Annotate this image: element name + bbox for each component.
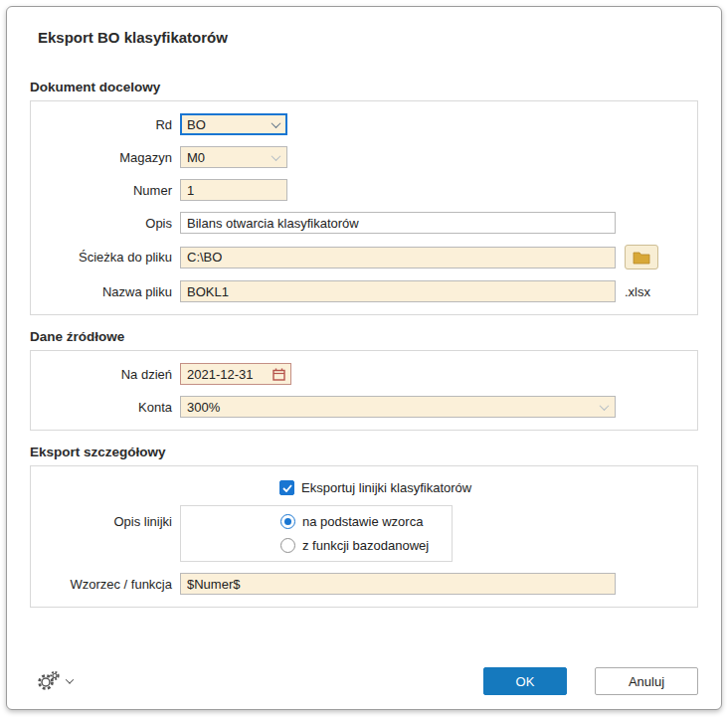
section-heading-target-document: Dokument docelowy (30, 80, 698, 94)
check-icon (282, 484, 292, 492)
opis-row: Opis (43, 212, 683, 234)
numer-input[interactable] (180, 179, 287, 201)
radio-pattern-based-label[interactable]: na podstawie wzorca (302, 514, 423, 529)
date-value: 2021-12-31 (187, 367, 254, 382)
chevron-down-icon (272, 151, 281, 161)
numer-label: Numer (43, 183, 172, 198)
rd-row: Rd BO (43, 113, 683, 135)
opis-linijki-row: Opis linijki na podstawie wzorca z funkc… (43, 505, 683, 562)
radio-database-function-label[interactable]: z funkcji bazodanowej (302, 538, 429, 553)
konta-dropdown[interactable]: 300% (180, 396, 616, 418)
radio-row-database: z funkcji bazodanowej (280, 538, 444, 553)
target-document-group: Rd BO Magazyn M0 Numer Opis Ścieżka do p… (30, 100, 698, 315)
section-heading-detailed-export: Eksport szczegółowy (30, 445, 698, 459)
magazyn-row: Magazyn M0 (43, 146, 683, 168)
numer-row: Numer (43, 179, 683, 201)
konta-value: 300% (187, 400, 220, 415)
magazyn-value: M0 (187, 150, 205, 165)
export-lines-checkbox-label[interactable]: Eksportuj linijki klasyfikatorów (301, 480, 471, 495)
browse-folder-button[interactable] (625, 245, 658, 269)
konta-row: Konta 300% (43, 396, 683, 418)
sciezka-row: Ścieżka do pliku (43, 245, 683, 269)
settings-menu-button[interactable] (36, 669, 73, 693)
pattern-function-input[interactable] (180, 573, 616, 595)
section-heading-source-data: Dane źródłowe (30, 329, 698, 344)
opis-input[interactable] (180, 212, 616, 234)
magazyn-dropdown[interactable]: M0 (180, 146, 287, 168)
file-name-input[interactable] (180, 280, 616, 302)
rd-value: BO (187, 117, 206, 132)
radio-database-function[interactable] (280, 538, 295, 553)
export-bo-dialog: Eksport BO klasyfikatorów Dokument docel… (6, 6, 722, 710)
rd-label: Rd (43, 117, 172, 132)
chevron-down-icon (272, 118, 281, 128)
konta-label: Konta (43, 400, 172, 415)
dialog-footer: OK Anuluj (30, 667, 698, 695)
na-dzien-row: Na dzień 2021-12-31 (43, 363, 683, 385)
export-lines-row: Eksportuj linijki klasyfikatorów (279, 480, 683, 495)
ok-button[interactable]: OK (483, 667, 567, 695)
radio-row-template: na podstawie wzorca (280, 514, 444, 529)
na-dzien-label: Na dzień (43, 367, 172, 382)
rd-dropdown[interactable]: BO (180, 113, 287, 135)
nazwa-row: Nazwa pliku .xlsx (43, 280, 683, 302)
source-data-group: Na dzień 2021-12-31 Konta 300% (30, 350, 698, 431)
folder-icon (633, 251, 650, 265)
calendar-icon (273, 368, 285, 381)
export-lines-checkbox[interactable] (279, 480, 294, 495)
detailed-export-group: Eksportuj linijki klasyfikatorów Opis li… (30, 465, 698, 608)
sciezka-label: Ścieżka do pliku (43, 250, 172, 265)
opis-label: Opis (43, 216, 172, 231)
radio-pattern-based[interactable] (280, 514, 295, 529)
cancel-button[interactable]: Anuluj (595, 667, 698, 695)
date-input[interactable]: 2021-12-31 (180, 363, 291, 385)
nazwa-label: Nazwa pliku (43, 284, 172, 299)
file-extension-suffix: .xlsx (625, 284, 650, 299)
gears-settings-icon (36, 669, 62, 693)
footer-buttons: OK Anuluj (483, 667, 698, 695)
opis-linijki-label: Opis linijki (43, 505, 172, 529)
wzorzec-label: Wzorzec / funkcja (43, 577, 172, 592)
line-description-radio-group: na podstawie wzorca z funkcji bazodanowe… (180, 505, 453, 562)
magazyn-label: Magazyn (43, 150, 172, 165)
chevron-down-icon (600, 401, 610, 411)
file-path-input[interactable] (180, 247, 616, 269)
wzorzec-row: Wzorzec / funkcja (43, 573, 683, 595)
chevron-down-icon (66, 675, 74, 683)
dialog-title: Eksport BO klasyfikatorów (38, 29, 698, 46)
